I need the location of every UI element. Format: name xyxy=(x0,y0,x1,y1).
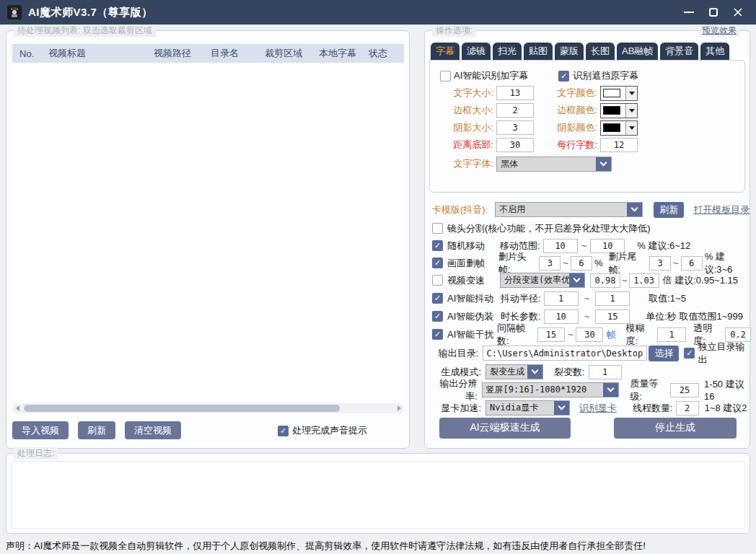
maximize-button[interactable] xyxy=(701,2,726,22)
tab-filter[interactable]: 滤镜 xyxy=(462,43,491,61)
text-color-dropdown[interactable] xyxy=(600,86,638,101)
opacity-input[interactable]: 0.2 xyxy=(725,327,751,342)
refresh-list-button[interactable]: 刷新 xyxy=(78,421,115,439)
output-dir-input[interactable]: C:\Users\Administrator\Desktop xyxy=(483,346,647,361)
gen-mode-dropdown[interactable]: 裂变生成 xyxy=(485,364,543,379)
shadow-size-row: 阴影大小: 3 阴影颜色: xyxy=(441,120,638,136)
disguise-checkbox[interactable] xyxy=(432,311,443,322)
random-move-label: 随机移动 xyxy=(447,239,491,252)
blur-input[interactable]: 1 xyxy=(657,327,686,342)
font-row: 文字字体: 黑体 xyxy=(441,156,612,172)
speed-min-input[interactable]: 0.98 xyxy=(590,273,620,288)
font-dropdown[interactable]: 黑体 xyxy=(496,157,612,172)
interval-max-input[interactable]: 30 xyxy=(576,327,603,342)
clear-video-button[interactable]: 清空视频 xyxy=(125,421,181,439)
fission-count-input[interactable]: 1 xyxy=(589,365,622,379)
resolution-dropdown-icon[interactable] xyxy=(603,383,618,397)
log-output-area[interactable] xyxy=(11,461,745,529)
speed-row: 视频变速 分段变速(效率优 0.98 ~ 1.03 倍 建议:0.95~1.15 xyxy=(425,272,751,289)
video-list-group-title: 待处理视频列表: 双击选取裁剪区域 xyxy=(14,25,156,37)
preview-effect-link[interactable]: 预览效果 xyxy=(699,25,739,37)
scroll-right-icon[interactable] xyxy=(394,403,404,413)
interval-min-input[interactable]: 15 xyxy=(537,327,565,342)
shadow-size-input[interactable]: 3 xyxy=(496,120,534,135)
quality-input[interactable]: 25 xyxy=(670,383,699,397)
options-group: 操作选项: 预览效果 字幕 滤镜 扫光 贴图 蒙版 长图 AB融帧 背景音 其他… xyxy=(424,30,750,449)
minimize-button[interactable] xyxy=(677,2,701,22)
tab-sticker[interactable]: 贴图 xyxy=(524,43,553,61)
jitter-radius-label: 抖动半径: xyxy=(501,292,541,305)
minimize-icon xyxy=(684,12,694,13)
subtitle-tab-panel: AI智能识别加字幕 识别遮挡原字幕 文字大小: 13 文字颜色: 边框大小: 2… xyxy=(429,60,745,193)
threads-hint: 1~8 建议2 xyxy=(705,402,747,415)
font-dropdown-icon[interactable] xyxy=(596,157,611,171)
open-template-dir-link[interactable]: 打开模板目录 xyxy=(693,203,750,216)
template-row: 卡模版(抖音): 不启用 刷新 打开模板目录 xyxy=(425,201,751,218)
template-refresh-button[interactable]: 刷新 xyxy=(654,202,684,218)
tab-mask[interactable]: 蒙版 xyxy=(555,43,584,61)
speed-max-input[interactable]: 1.03 xyxy=(629,273,659,288)
column-dir: 目录名 xyxy=(203,47,258,60)
tab-long-image[interactable]: 长图 xyxy=(586,43,615,61)
random-move-checkbox[interactable] xyxy=(432,240,443,251)
border-size-input[interactable]: 2 xyxy=(496,103,534,118)
text-color-dropdown-icon[interactable] xyxy=(625,87,637,100)
independent-dir-checkbox[interactable] xyxy=(684,348,695,359)
template-dropdown-icon[interactable] xyxy=(627,203,642,216)
font-label: 文字字体: xyxy=(441,157,493,170)
border-color-dropdown-icon[interactable] xyxy=(625,104,637,118)
speed-mode-dropdown-icon[interactable] xyxy=(569,273,584,287)
bottom-distance-input[interactable]: 30 xyxy=(496,138,534,152)
frame-trim-checkbox[interactable] xyxy=(432,258,443,268)
gen-mode-dropdown-icon[interactable] xyxy=(527,365,542,379)
chars-per-line-input[interactable]: 12 xyxy=(600,138,638,152)
close-button[interactable] xyxy=(726,2,750,22)
range-separator: ~ xyxy=(622,275,628,286)
stop-generate-button[interactable]: 停止生成 xyxy=(614,418,737,439)
duration-min-input[interactable]: 10 xyxy=(544,309,579,324)
tab-other[interactable]: 其他 xyxy=(700,43,729,61)
log-group-title: 处理日志: xyxy=(14,447,58,460)
choose-dir-button[interactable]: 选择 xyxy=(649,346,679,361)
trim-tail-max-input[interactable]: 6 xyxy=(681,256,703,271)
jitter-max-input[interactable]: 1 xyxy=(595,291,630,306)
shadow-color-dropdown[interactable] xyxy=(600,120,638,136)
gpu-dropdown-icon[interactable] xyxy=(554,401,569,415)
interference-checkbox[interactable] xyxy=(432,329,443,340)
trim-tail-min-input[interactable]: 3 xyxy=(649,256,671,271)
resolution-dropdown[interactable]: 竖屏[9:16]-1080*1920 xyxy=(482,382,619,397)
mask-original-subtitle-checkbox[interactable] xyxy=(558,71,569,82)
border-color-dropdown[interactable] xyxy=(600,103,638,118)
tab-subtitle[interactable]: 字幕 xyxy=(431,43,460,61)
jitter-min-input[interactable]: 1 xyxy=(544,291,579,306)
gpu-dropdown[interactable]: Nvidia显卡 xyxy=(485,400,570,416)
disguise-label: AI智能伪装 xyxy=(447,310,501,323)
lens-split-checkbox[interactable] xyxy=(432,223,443,234)
move-range-min-input[interactable]: 10 xyxy=(543,239,578,253)
video-list-area[interactable] xyxy=(12,63,404,402)
import-video-button[interactable]: 导入视频 xyxy=(12,421,69,439)
column-title: 视频标题 xyxy=(41,47,146,60)
jitter-checkbox[interactable] xyxy=(432,293,443,304)
ai-add-subtitle-checkbox[interactable] xyxy=(440,71,451,82)
text-size-input[interactable]: 13 xyxy=(496,86,534,100)
duration-max-input[interactable]: 15 xyxy=(595,309,630,324)
speed-mode-dropdown[interactable]: 分段变速(效率优 xyxy=(500,273,585,288)
speed-checkbox[interactable] xyxy=(432,275,443,286)
tab-sweep-light[interactable]: 扫光 xyxy=(493,43,522,61)
trim-head-min-input[interactable]: 3 xyxy=(539,256,561,271)
horizontal-scrollbar[interactable] xyxy=(12,403,404,413)
cloud-generate-button[interactable]: AI云端极速生成 xyxy=(439,418,571,439)
scroll-left-icon[interactable] xyxy=(12,403,22,413)
template-dropdown[interactable]: 不启用 xyxy=(495,202,643,217)
threads-input[interactable]: 2 xyxy=(676,401,699,416)
scrollbar-thumb[interactable] xyxy=(24,405,340,412)
bottom-distance-label: 距离底部: xyxy=(441,138,493,151)
sound-tip-checkbox[interactable] xyxy=(278,426,289,436)
trim-head-max-input[interactable]: 6 xyxy=(571,256,592,271)
detect-gpu-link[interactable]: 识别显卡 xyxy=(579,402,617,415)
tab-ab-blend[interactable]: AB融帧 xyxy=(617,43,658,61)
tab-background-audio[interactable]: 背景音 xyxy=(660,43,698,61)
resolution-row: 输出分辨率: 竖屏[9:16]-1080*1920 质量等级: 25 1-50 … xyxy=(425,382,751,398)
shadow-color-dropdown-icon[interactable] xyxy=(625,121,637,135)
